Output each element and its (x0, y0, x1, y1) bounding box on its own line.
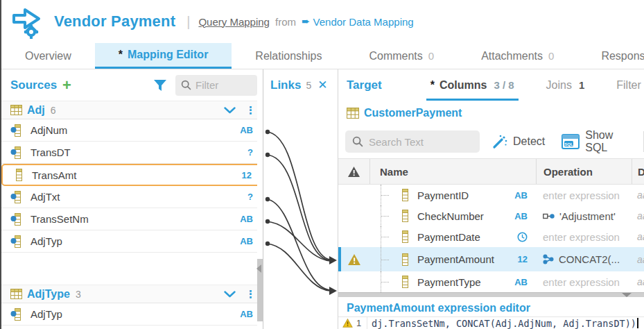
source-table-header-adj[interactable]: Adj 6 ⋮ (1, 101, 263, 119)
app-header: Vendor Payment | Query Mapping from ➨ Ve… (1, 0, 644, 43)
expression-gutter: 1 (338, 317, 367, 329)
column-icon (401, 189, 409, 201)
extra-cell: aa (632, 205, 644, 226)
target-row-paymentdate[interactable]: PaymentDate enter expression aa (338, 226, 644, 247)
table-icon (10, 105, 22, 115)
tab-comments[interactable]: Comments0 (345, 43, 458, 69)
source-table-count: 3 (76, 289, 81, 300)
comments-count: 0 (428, 50, 434, 62)
header-operation[interactable]: Operation (536, 159, 632, 184)
row-warning-icon[interactable] (347, 253, 361, 266)
sql-icon: SQL (562, 134, 580, 149)
column-name: PaymentID (417, 189, 469, 201)
header-d[interactable]: D (632, 159, 644, 184)
target-table-header: CustomerPayment (338, 101, 644, 125)
function-icon (543, 254, 554, 264)
target-row-checknumber[interactable]: CheckNumber AB 'Adjustment' aa (338, 205, 644, 226)
chevron-down-icon[interactable] (224, 291, 236, 298)
source-column-adjtype-adjtyp[interactable]: AdjTyp AB (1, 303, 263, 326)
search-icon (352, 136, 363, 147)
source-column-adjtyp[interactable]: AdjTyp AB (1, 230, 263, 253)
column-name: AdjTxt (31, 191, 60, 203)
table-menu-icon[interactable]: ⋮ (245, 106, 256, 115)
joins-count: 1 (579, 79, 584, 91)
detect-button[interactable]: Detect (492, 134, 545, 149)
source-mapping-link[interactable]: Vendor Data Mapping (313, 16, 414, 28)
header-name[interactable]: Name (369, 159, 536, 184)
source-table-name: AdjType (27, 288, 70, 301)
column-icon (12, 169, 23, 181)
target-row-paymenttype[interactable]: PaymentType AB enter expression aa (338, 271, 644, 292)
datatype-badge: AB (514, 190, 528, 201)
collapse-panel-icon[interactable] (256, 264, 261, 273)
line-number: 1 (356, 318, 361, 328)
tab-relationships[interactable]: Relationships (232, 43, 345, 69)
column-name: AdjTyp (31, 308, 62, 320)
tab-joins[interactable]: Joins 1 (546, 69, 585, 101)
warning-column-icon[interactable] (347, 166, 360, 178)
datatype-badge: 12 (518, 254, 528, 264)
datatype-badge: AB (240, 125, 253, 135)
source-column-transsetnm[interactable]: TransSetNm AB (1, 208, 263, 230)
expression-editor-line[interactable]: 1 dj.TransSetNm, CONCAT(Adj.AdjNum, Adj.… (338, 317, 644, 329)
source-table-header-adjtype[interactable]: AdjType 3 ⋮ (1, 285, 263, 303)
extra-cell: aa (632, 247, 644, 271)
tree-connector (369, 271, 401, 292)
constant-icon (543, 213, 555, 219)
unsaved-indicator: * (119, 49, 123, 61)
source-table-count: 6 (51, 105, 56, 116)
mapping-editor-app: Vendor Payment | Query Mapping from ➨ Ve… (0, 0, 644, 329)
datatype-badge: ? (247, 192, 253, 202)
target-grid-header: Name Operation D (338, 158, 644, 185)
text-cursor (637, 318, 638, 328)
source-column-transamt[interactable]: TransAmt 12 (1, 164, 263, 186)
main-tabbar: Overview * Mapping Editor Relationships … (1, 43, 644, 69)
tab-responsibilities[interactable]: Responsibilities (577, 43, 644, 69)
search-icon (181, 80, 191, 90)
target-row-paymentid[interactable]: PaymentID AB enter expression aa (338, 185, 644, 205)
column-icon (401, 253, 409, 266)
sources-panel: Sources + Adj 6 ⋮ (1, 69, 263, 329)
sources-title: Sources (10, 78, 57, 92)
source-column-adjnum[interactable]: AdjNum AB (1, 119, 263, 142)
table-menu-icon[interactable]: ⋮ (245, 289, 256, 299)
operation-value[interactable]: 'Adjustment' (559, 210, 616, 222)
linked-column-icon (10, 191, 21, 203)
source-column-adjtxt[interactable]: AdjTxt ? (1, 186, 263, 208)
tab-columns[interactable]: * Columns 3 / 8 (430, 69, 514, 101)
column-name: PaymentAmount (417, 253, 494, 265)
sources-scrollbar[interactable] (257, 101, 263, 329)
linked-column-icon (10, 308, 21, 321)
sources-filter-input[interactable] (195, 79, 251, 91)
operation-value[interactable]: CONCAT2(... (559, 253, 620, 265)
source-column-transdt[interactable]: TransDT ? (1, 142, 263, 164)
operation-placeholder[interactable]: enter expression (543, 189, 620, 201)
operation-placeholder[interactable]: enter expression (543, 276, 620, 288)
source-table-name: Adj (27, 104, 45, 117)
from-label: from (275, 16, 296, 28)
target-search-input[interactable] (369, 136, 473, 148)
expression-code[interactable]: dj.TransSetNm, CONCAT(Adj.AdjNum, Adj.Tr… (372, 318, 636, 329)
datatype-badge: AB (240, 236, 253, 246)
link-curves (263, 101, 338, 329)
linked-column-icon (10, 124, 21, 137)
show-sql-button[interactable]: SQL Show SQL (562, 129, 628, 154)
horizontal-splitter[interactable] (338, 292, 644, 297)
target-row-paymentamount[interactable]: PaymentAmount 12 CONCAT2(... aa (338, 247, 644, 271)
filter-funnel-icon[interactable] (153, 78, 167, 92)
datatype-badge: ? (247, 147, 253, 158)
close-links-icon[interactable]: ✕ (317, 78, 327, 92)
chevron-down-icon[interactable] (224, 107, 236, 114)
add-source-button[interactable]: + (62, 78, 71, 93)
operation-placeholder[interactable]: enter expression (543, 231, 620, 243)
table-icon (10, 289, 22, 299)
magic-wand-icon (492, 134, 507, 149)
tab-attachments[interactable]: Attachments0 (458, 43, 577, 69)
tab-overview[interactable]: Overview (1, 43, 95, 69)
tree-connector (369, 247, 401, 271)
mapping-type-link[interactable]: Query Mapping (198, 16, 270, 28)
collapse-editor-icon[interactable] (622, 293, 632, 297)
unsaved-indicator: * (430, 79, 435, 92)
tab-filter[interactable]: Filter ye (616, 69, 644, 101)
tab-mapping-editor[interactable]: * Mapping Editor (95, 43, 232, 69)
